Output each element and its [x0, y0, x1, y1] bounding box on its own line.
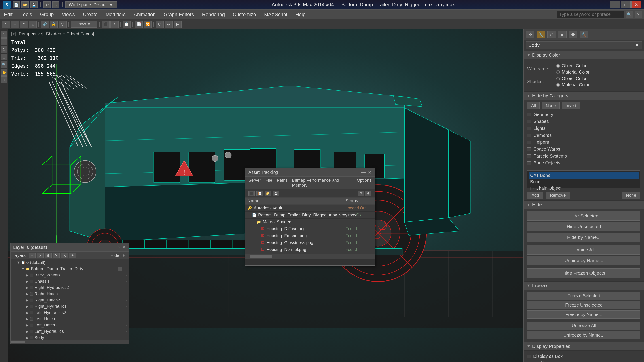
- bind-btn[interactable]: ⬡: [58, 20, 67, 28]
- category-geometry[interactable]: Geometry: [527, 111, 640, 118]
- bone-objects-checkbox[interactable]: [527, 161, 531, 165]
- layer-row-body[interactable]: ▶ ⬛ Body ···: [10, 335, 128, 340]
- viewport-3d[interactable]: [+] [Perspective] [Shaded + Edged Faces]…: [8, 29, 523, 362]
- layer-row-default[interactable]: ▼ 📋 0 (default) ···: [10, 259, 128, 266]
- hide-category-section-header[interactable]: ▼ Hide by Category: [524, 91, 644, 100]
- menu-create[interactable]: Create: [79, 10, 102, 19]
- mat-editor-btn[interactable]: ⬡: [156, 20, 164, 28]
- menu-help[interactable]: Help: [291, 10, 310, 19]
- category-helpers[interactable]: Helpers: [527, 139, 640, 146]
- mirror-btn[interactable]: ⬛: [102, 20, 110, 28]
- layer-row-right-hyd[interactable]: ▶ ⬛ Right_Hydraulics ···: [10, 303, 128, 310]
- rp-motion-icon[interactable]: ▶: [558, 31, 567, 38]
- display-props-section-header[interactable]: ▼ Display Properties: [524, 342, 644, 351]
- geo-checkbox[interactable]: [527, 113, 531, 116]
- freeze-section-header[interactable]: ▼ Freeze: [524, 281, 644, 290]
- asset-row-fresnel[interactable]: 🖼 Housing_Fresnel.png Found: [245, 232, 374, 239]
- layer-row-right-hyd2[interactable]: ▶ ⬛ Right_Hydraulics2 ···: [10, 285, 128, 291]
- shaded-radio-2[interactable]: [556, 83, 560, 87]
- menu-maxscript[interactable]: MAXScript: [260, 10, 291, 19]
- space-warps-checkbox[interactable]: [527, 147, 531, 151]
- unfreeze-all-btn[interactable]: Unfreeze All: [527, 322, 640, 330]
- hide-by-name-btn[interactable]: Hide by Name...: [527, 233, 640, 242]
- prop-display-as-box[interactable]: Display as Box: [527, 353, 640, 360]
- helpers-checkbox[interactable]: [527, 141, 531, 144]
- category-particle-systems[interactable]: Particle Systems: [527, 153, 640, 160]
- search-input[interactable]: [557, 11, 624, 18]
- bone-item[interactable]: Bone: [529, 179, 639, 185]
- left-zoom-btn[interactable]: 🔍: [1, 61, 8, 68]
- left-select-btn[interactable]: ↖: [1, 31, 8, 37]
- left-scale-btn[interactable]: ⊡: [1, 54, 8, 60]
- remove-cat-btn[interactable]: Remove: [546, 192, 570, 199]
- asset-row-maps[interactable]: 📁 Maps / Shaders: [245, 219, 374, 225]
- category-bone-objects[interactable]: Bone Objects: [527, 160, 640, 166]
- wireframe-material-color[interactable]: Material Color: [556, 69, 590, 75]
- category-lights[interactable]: Lights: [527, 125, 640, 132]
- layer-row-left-hyd2[interactable]: ▶ ⬛ Left_Hydraulics2 ···: [10, 310, 128, 316]
- wireframe-object-color[interactable]: Object Color: [556, 63, 590, 68]
- category-shapes[interactable]: Shapes: [527, 118, 640, 125]
- cameras-checkbox[interactable]: [527, 134, 531, 137]
- asset-options-btn[interactable]: ⚙: [365, 191, 372, 196]
- rp-display-icon[interactable]: 👁: [569, 31, 577, 38]
- hide-unselected-btn[interactable]: Hide Unselected: [527, 222, 640, 231]
- render-btn[interactable]: ▶: [174, 20, 182, 28]
- unhide-by-name-btn[interactable]: Unhide by Name...: [527, 256, 640, 265]
- shaded-radio-1[interactable]: [556, 77, 560, 80]
- asset-menu-options[interactable]: Options: [357, 178, 372, 188]
- asset-menu-paths[interactable]: Paths: [277, 178, 288, 188]
- search-icon[interactable]: 🔍: [626, 11, 633, 18]
- render-setup-btn[interactable]: ⚙: [164, 20, 173, 28]
- redo-btn[interactable]: ↪: [52, 1, 60, 8]
- rp-create-icon[interactable]: ✛: [526, 31, 534, 38]
- schematic-btn[interactable]: 🔀: [144, 20, 152, 28]
- shaded-material-color[interactable]: Material Color: [556, 82, 590, 87]
- layer-row-chassis[interactable]: ▶ ⬛ Chassis ···: [10, 278, 128, 285]
- layer-close-btn[interactable]: ✕: [122, 245, 126, 250]
- particle-systems-checkbox[interactable]: [527, 154, 531, 158]
- menu-rendering[interactable]: Rendering: [198, 10, 229, 19]
- invert-btn[interactable]: Invert: [562, 102, 580, 109]
- menu-modifiers[interactable]: Modifiers: [102, 10, 130, 19]
- hide-frozen-btn[interactable]: Hide Frozen Objects: [527, 268, 640, 278]
- hide-section-header[interactable]: ▼ Hide: [524, 200, 644, 209]
- menu-animation[interactable]: Animation: [130, 10, 160, 19]
- cat-bone-list[interactable]: CAT Bone Bone IK Chain Object Point: [527, 170, 640, 188]
- add-cat-btn[interactable]: Add: [527, 192, 544, 199]
- wireframe-radio-2[interactable]: [556, 70, 560, 74]
- prop-backface-cull[interactable]: Backface Cull: [527, 360, 640, 362]
- layer-select-btn[interactable]: ↖: [61, 253, 68, 258]
- cat-bone-item[interactable]: CAT Bone: [529, 172, 639, 179]
- menu-tools[interactable]: Tools: [16, 10, 36, 19]
- new-layer-btn[interactable]: +: [29, 253, 36, 258]
- layer-row-right-hatch[interactable]: ▶ ⬛ Right_Hatch ···: [10, 291, 128, 297]
- layer-row-left-hatch2[interactable]: ▶ ⬛ Left_Hatch2 ···: [10, 322, 128, 328]
- all-btn[interactable]: All: [527, 102, 540, 109]
- close-btn[interactable]: ✕: [632, 1, 641, 8]
- none-cat-btn[interactable]: None: [622, 192, 640, 199]
- asset-close-btn[interactable]: ✕: [368, 170, 372, 175]
- unfreeze-by-name-btn[interactable]: Unfreeze by Name...: [527, 331, 640, 339]
- body-dropdown[interactable]: Body ▼: [526, 41, 642, 49]
- left-move-btn[interactable]: ✛: [1, 38, 8, 45]
- freeze-unselected-btn[interactable]: Freeze Unselected: [527, 301, 640, 309]
- link-btn[interactable]: 🔗: [41, 20, 49, 28]
- layer-highlight-btn[interactable]: ★: [69, 253, 76, 258]
- save-btn[interactable]: 💾: [30, 1, 38, 8]
- menu-customize[interactable]: Customize: [229, 10, 260, 19]
- rotate-btn[interactable]: ↻: [20, 20, 28, 28]
- layer-props-btn[interactable]: ⚙: [45, 253, 52, 258]
- left-rotate-btn[interactable]: ↻: [1, 46, 8, 53]
- rp-modify-icon[interactable]: 🔧: [537, 31, 545, 38]
- delete-layer-btn[interactable]: ✕: [37, 253, 44, 258]
- workspace-dropdown[interactable]: Workspace: Default ▼: [65, 1, 117, 8]
- asset-row-normal[interactable]: 🖼 Housing_Normal.png Found: [245, 246, 374, 253]
- layer-row-left-hyd[interactable]: ▶ ⬛ Left_Hydraulics ···: [10, 328, 128, 335]
- asset-minimize-btn[interactable]: —: [361, 170, 366, 175]
- layer-row-back-wheels[interactable]: ▶ ⬛ Back_Wheels ···: [10, 272, 128, 278]
- asset-tb-2[interactable]: 📋: [256, 191, 263, 196]
- layer-view-btn[interactable]: 👁: [53, 253, 60, 258]
- select-btn[interactable]: ↖: [2, 20, 10, 28]
- asset-row-mainfile[interactable]: 📄 Bottom_Dump_Trailer_Dirty_Rigged_max_v…: [245, 212, 374, 219]
